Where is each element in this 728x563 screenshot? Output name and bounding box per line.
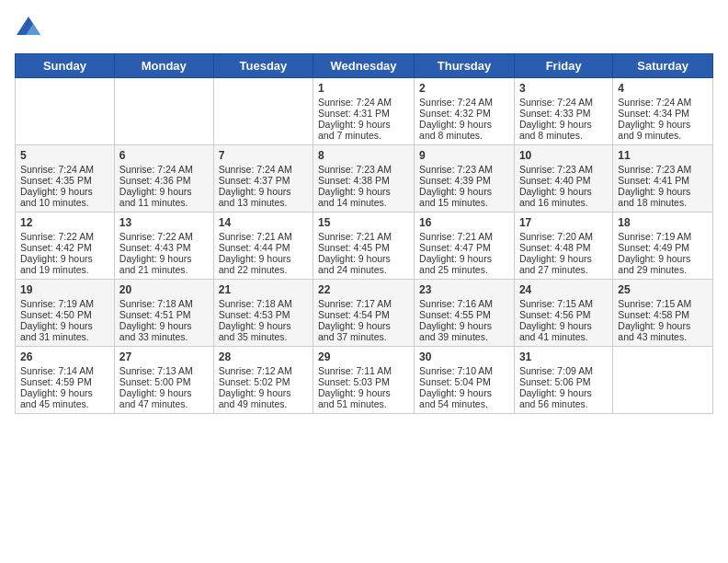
day-info: Daylight: 9 hours and 31 minutes. — [20, 320, 109, 342]
calendar-cell: 7Sunrise: 7:24 AMSunset: 4:37 PMDaylight… — [213, 145, 313, 213]
day-info: Sunset: 4:33 PM — [519, 108, 608, 119]
calendar-cell: 2Sunrise: 7:24 AMSunset: 4:32 PMDaylight… — [415, 78, 515, 145]
day-info: Sunrise: 7:24 AM — [318, 97, 409, 108]
day-info: Sunset: 4:31 PM — [318, 108, 409, 119]
day-info: Daylight: 9 hours and 43 minutes. — [618, 320, 708, 342]
day-info: Sunrise: 7:22 AM — [119, 231, 209, 242]
day-info: Sunset: 4:50 PM — [20, 309, 109, 320]
day-number: 19 — [20, 283, 109, 296]
day-number: 11 — [618, 149, 708, 162]
calendar-cell: 6Sunrise: 7:24 AMSunset: 4:36 PMDaylight… — [114, 145, 213, 213]
day-number: 31 — [519, 350, 608, 363]
day-info: Daylight: 9 hours and 16 minutes. — [519, 186, 608, 208]
calendar-week-row: 5Sunrise: 7:24 AMSunset: 4:35 PMDaylight… — [16, 145, 713, 213]
calendar-day-header: Friday — [514, 54, 612, 78]
day-number: 16 — [419, 216, 509, 229]
day-info: Sunrise: 7:24 AM — [419, 97, 509, 108]
day-number: 17 — [519, 216, 608, 229]
day-info: Sunset: 4:39 PM — [419, 175, 509, 186]
logo-icon — [15, 15, 42, 42]
day-number: 2 — [419, 82, 509, 95]
day-number: 3 — [519, 82, 608, 95]
day-info: Sunrise: 7:18 AM — [219, 298, 308, 309]
calendar-cell: 26Sunrise: 7:14 AMSunset: 4:59 PMDayligh… — [16, 347, 115, 414]
day-number: 12 — [20, 216, 109, 229]
calendar-cell: 29Sunrise: 7:11 AMSunset: 5:03 PMDayligh… — [313, 347, 415, 414]
day-info: Sunset: 4:34 PM — [618, 108, 708, 119]
day-number: 23 — [419, 283, 509, 296]
day-number: 7 — [219, 149, 308, 162]
day-info: Sunset: 4:51 PM — [119, 309, 209, 320]
calendar-cell: 27Sunrise: 7:13 AMSunset: 5:00 PMDayligh… — [114, 347, 213, 414]
day-number: 10 — [519, 149, 608, 162]
day-info: Sunset: 4:43 PM — [119, 242, 209, 253]
calendar-cell: 24Sunrise: 7:15 AMSunset: 4:56 PMDayligh… — [514, 280, 612, 347]
calendar-cell: 8Sunrise: 7:23 AMSunset: 4:38 PMDaylight… — [313, 145, 415, 213]
calendar-cell: 30Sunrise: 7:10 AMSunset: 5:04 PMDayligh… — [415, 347, 515, 414]
day-info: Sunset: 4:56 PM — [519, 309, 608, 320]
day-info: Daylight: 9 hours and 9 minutes. — [618, 119, 708, 141]
day-info: Sunrise: 7:24 AM — [519, 97, 608, 108]
calendar-cell: 12Sunrise: 7:22 AMSunset: 4:42 PMDayligh… — [16, 213, 115, 280]
day-info: Sunset: 4:59 PM — [20, 376, 109, 387]
calendar-cell: 16Sunrise: 7:21 AMSunset: 4:47 PMDayligh… — [415, 213, 515, 280]
calendar-cell: 17Sunrise: 7:20 AMSunset: 4:48 PMDayligh… — [514, 213, 612, 280]
day-info: Sunset: 4:47 PM — [419, 242, 509, 253]
calendar-week-row: 26Sunrise: 7:14 AMSunset: 4:59 PMDayligh… — [16, 347, 713, 414]
day-info: Sunset: 4:37 PM — [219, 175, 308, 186]
day-info: Daylight: 9 hours and 10 minutes. — [20, 186, 109, 208]
day-info: Daylight: 9 hours and 14 minutes. — [318, 186, 409, 208]
page-header — [15, 15, 713, 42]
day-number: 6 — [119, 149, 209, 162]
day-info: Sunset: 4:35 PM — [20, 175, 109, 186]
day-info: Daylight: 9 hours and 15 minutes. — [419, 186, 509, 208]
day-info: Daylight: 9 hours and 39 minutes. — [419, 320, 509, 342]
day-info: Daylight: 9 hours and 37 minutes. — [318, 320, 409, 342]
day-info: Sunset: 4:45 PM — [318, 242, 409, 253]
day-info: Daylight: 9 hours and 51 minutes. — [318, 387, 409, 409]
day-number: 21 — [219, 283, 308, 296]
calendar-cell — [114, 78, 213, 145]
day-info: Sunrise: 7:15 AM — [618, 298, 708, 309]
day-info: Sunset: 4:49 PM — [618, 242, 708, 253]
day-number: 26 — [20, 350, 109, 363]
day-info: Daylight: 9 hours and 47 minutes. — [119, 387, 209, 409]
calendar-header-row: SundayMondayTuesdayWednesdayThursdayFrid… — [16, 54, 713, 78]
day-info: Sunrise: 7:09 AM — [519, 365, 608, 376]
day-info: Daylight: 9 hours and 8 minutes. — [419, 119, 509, 141]
day-info: Sunset: 4:54 PM — [318, 309, 409, 320]
day-info: Daylight: 9 hours and 13 minutes. — [219, 186, 308, 208]
day-info: Sunset: 4:38 PM — [318, 175, 409, 186]
day-info: Sunrise: 7:21 AM — [318, 231, 409, 242]
day-info: Daylight: 9 hours and 41 minutes. — [519, 320, 608, 342]
calendar-day-header: Monday — [114, 54, 213, 78]
calendar-cell: 11Sunrise: 7:23 AMSunset: 4:41 PMDayligh… — [613, 145, 713, 213]
day-info: Sunrise: 7:16 AM — [419, 298, 509, 309]
day-number: 25 — [618, 283, 708, 296]
day-info: Sunset: 4:44 PM — [219, 242, 308, 253]
day-number: 18 — [618, 216, 708, 229]
calendar-week-row: 19Sunrise: 7:19 AMSunset: 4:50 PMDayligh… — [16, 280, 713, 347]
day-info: Sunrise: 7:19 AM — [618, 231, 708, 242]
day-number: 30 — [419, 350, 509, 363]
calendar-cell: 18Sunrise: 7:19 AMSunset: 4:49 PMDayligh… — [613, 213, 713, 280]
day-number: 9 — [419, 149, 509, 162]
day-number: 24 — [519, 283, 608, 296]
day-info: Sunset: 5:03 PM — [318, 376, 409, 387]
calendar-body: 1Sunrise: 7:24 AMSunset: 4:31 PMDaylight… — [16, 78, 713, 414]
day-info: Sunset: 4:48 PM — [519, 242, 608, 253]
day-info: Sunrise: 7:11 AM — [318, 365, 409, 376]
day-info: Daylight: 9 hours and 29 minutes. — [618, 253, 708, 275]
calendar-day-header: Saturday — [613, 54, 713, 78]
day-info: Sunset: 4:41 PM — [618, 175, 708, 186]
day-info: Daylight: 9 hours and 54 minutes. — [419, 387, 509, 409]
day-number: 8 — [318, 149, 409, 162]
day-info: Daylight: 9 hours and 24 minutes. — [318, 253, 409, 275]
day-info: Sunrise: 7:23 AM — [618, 164, 708, 175]
day-info: Sunrise: 7:24 AM — [219, 164, 308, 175]
calendar-cell: 10Sunrise: 7:23 AMSunset: 4:40 PMDayligh… — [514, 145, 612, 213]
day-info: Sunset: 4:42 PM — [20, 242, 109, 253]
calendar-day-header: Sunday — [16, 54, 115, 78]
calendar-cell: 31Sunrise: 7:09 AMSunset: 5:06 PMDayligh… — [514, 347, 612, 414]
calendar-cell: 15Sunrise: 7:21 AMSunset: 4:45 PMDayligh… — [313, 213, 415, 280]
